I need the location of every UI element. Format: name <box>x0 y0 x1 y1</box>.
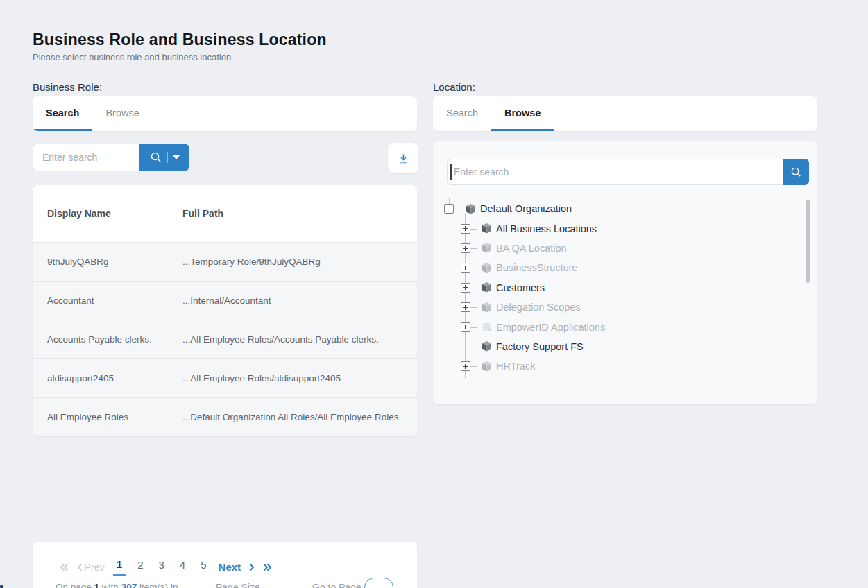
wizard-page: Business Role and Business Location Plea… <box>0 0 868 588</box>
pagination-row: Prev 1 2 3 4 5 Next <box>59 558 273 576</box>
tree-item-default-organization[interactable]: Default Organization <box>444 199 794 218</box>
location-tab-bar: Search Browse <box>433 96 817 131</box>
location-browse-card: Default Organization All Business Locati… <box>433 141 817 404</box>
prev-label: Prev <box>84 562 105 573</box>
summary-current-page: 1 <box>94 582 100 588</box>
tree-item-label: Customers <box>496 282 545 293</box>
business-role-label: Business Role: <box>33 81 102 93</box>
page-title: Business Role and Business Location <box>33 31 327 49</box>
location-tab-search[interactable]: Search <box>433 96 491 131</box>
sidebar-expand-icon[interactable]: » <box>0 580 3 588</box>
cell-display-name: All Employee Roles <box>33 412 182 422</box>
pagination-card: Prev 1 2 3 4 5 Next On page 1 with 307 <box>33 542 417 588</box>
expand-icon[interactable] <box>461 322 470 332</box>
page-number-1[interactable]: 1 <box>113 558 126 576</box>
role-tab-bar: Search Browse <box>33 96 417 131</box>
tree-connector <box>470 278 482 297</box>
page-number-4[interactable]: 4 <box>176 559 189 575</box>
expand-icon[interactable] <box>461 302 470 312</box>
table-row[interactable]: Accounts Payable clerks. ...All Employee… <box>33 320 417 358</box>
table-row[interactable]: 9thJulyQABRg ...Temporary Role/9thJulyQA… <box>33 242 417 281</box>
role-search-input[interactable] <box>33 144 139 171</box>
location-search-input[interactable] <box>447 159 809 185</box>
role-tab-browse-label: Browse <box>105 107 139 119</box>
pagination-summary: On page 1 with 307 item(s) in <box>56 582 178 588</box>
expand-icon[interactable] <box>461 263 470 273</box>
organization-icon <box>482 302 492 313</box>
tree-connector <box>470 258 482 277</box>
text-cursor <box>450 164 452 180</box>
chevron-down-icon[interactable] <box>173 155 180 159</box>
role-search-button[interactable] <box>139 144 189 171</box>
cell-full-path: ...Temporary Role/9thJulyQABRg <box>182 257 417 267</box>
tree-item-label: EmpowerID Applications <box>496 322 605 333</box>
table-header-row: Display Name Full Path <box>33 185 417 242</box>
cell-display-name: aldisupport2405 <box>33 373 182 383</box>
location-tab-search-label: Search <box>446 107 478 119</box>
button-divider <box>167 152 168 163</box>
table-row[interactable]: All Employee Roles ...Default Organizati… <box>33 397 417 436</box>
go-to-page-input[interactable] <box>364 578 393 588</box>
tree-scrollbar-thumb[interactable] <box>806 200 810 283</box>
tree-item-label: Factory Support FS <box>496 341 584 352</box>
role-tab-search-label: Search <box>46 107 79 119</box>
cell-full-path: ...All Employee Roles/Accounts Payable c… <box>182 334 417 345</box>
tree-item-all-business-locations[interactable]: All Business Locations <box>444 218 794 238</box>
tree-connector <box>470 239 482 258</box>
tree-item-delegation-scopes[interactable]: Delegation Scopes <box>444 297 794 317</box>
role-search-row <box>33 144 189 171</box>
expand-icon[interactable] <box>461 243 470 253</box>
organization-icon <box>482 341 492 352</box>
location-label: Location: <box>433 81 475 93</box>
role-tab-browse[interactable]: Browse <box>92 96 152 131</box>
tree-item-customers[interactable]: Customers <box>444 278 794 297</box>
prev-page-button[interactable]: Prev <box>77 562 105 573</box>
tree-item-empowerid-applications[interactable]: EmpowerID Applications <box>444 317 794 336</box>
table-row[interactable]: Accountant ...Internal/Accountant <box>33 281 417 320</box>
organization-icon <box>482 263 492 273</box>
page-number-3[interactable]: 3 <box>155 559 168 575</box>
column-header-full-path: Full Path <box>182 208 417 219</box>
table-row[interactable]: aldisupport2405 ...All Employee Roles/al… <box>33 358 417 397</box>
next-page-icon[interactable] <box>249 563 255 571</box>
tree-item-label: Delegation Scopes <box>496 302 581 313</box>
tree-connector <box>470 356 482 376</box>
organization-icon <box>482 361 492 372</box>
search-icon <box>790 166 802 178</box>
cell-display-name: 9thJulyQABRg <box>33 257 182 267</box>
organization-icon <box>482 282 492 293</box>
page-number-5[interactable]: 5 <box>197 559 210 575</box>
tree-item-businessstructure[interactable]: BusinessStructure <box>444 258 794 277</box>
location-tab-browse[interactable]: Browse <box>491 96 554 131</box>
collapse-icon[interactable] <box>444 204 454 214</box>
first-page-icon[interactable] <box>59 563 69 571</box>
organization-icon <box>482 223 492 234</box>
tree-connector <box>470 317 482 336</box>
page-subtitle: Please select business role and business… <box>33 52 231 62</box>
search-icon <box>150 151 162 164</box>
summary-item-count: 307 <box>121 582 137 588</box>
location-tab-browse-label: Browse <box>504 107 541 119</box>
go-to-page-label: Go to Page <box>312 582 361 588</box>
cell-full-path: ...Internal/Accountant <box>182 295 417 306</box>
tree-item-label: All Business Locations <box>496 223 597 234</box>
role-tab-search[interactable]: Search <box>33 96 92 131</box>
tree-item-factory-support-fs[interactable]: Factory Support FS <box>444 337 794 356</box>
organization-icon <box>482 243 492 253</box>
tree-item-hrtrack[interactable]: HRTrack <box>444 356 794 376</box>
expand-icon[interactable] <box>461 283 470 293</box>
expand-icon[interactable] <box>461 361 470 371</box>
last-page-icon[interactable] <box>263 563 273 571</box>
role-results-table: Display Name Full Path 9thJulyQABRg ...T… <box>33 185 417 436</box>
expand-icon[interactable] <box>461 224 470 234</box>
location-tree: Default Organization All Business Locati… <box>444 199 794 377</box>
next-page-button[interactable]: Next <box>219 561 241 573</box>
cell-full-path: ...All Employee Roles/aldisupport2405 <box>182 373 417 383</box>
tree-connector <box>470 218 482 238</box>
tree-item-ba-qa-location[interactable]: BA QA Location <box>444 239 794 258</box>
page-number-2[interactable]: 2 <box>134 559 146 575</box>
tree-item-label: Default Organization <box>480 203 572 214</box>
column-header-display-name: Display Name <box>33 208 182 219</box>
location-search-button[interactable] <box>783 159 809 185</box>
download-button[interactable] <box>388 143 418 173</box>
